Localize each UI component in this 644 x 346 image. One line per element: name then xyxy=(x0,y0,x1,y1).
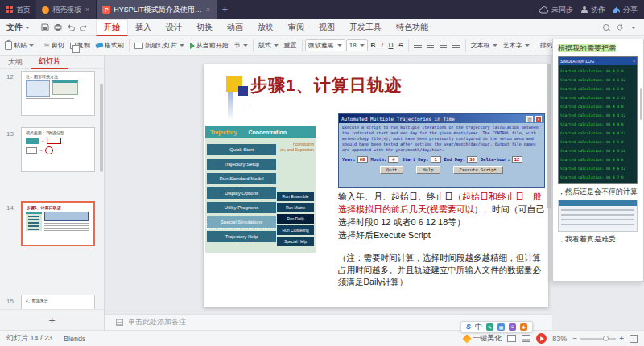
language-mode-icon[interactable]: 中 xyxy=(475,322,482,332)
close-icon[interactable]: × xyxy=(85,6,90,14)
divider xyxy=(302,39,303,52)
chevron-down-icon xyxy=(29,44,34,47)
slide-14[interactable]: 步骤1、计算日轨迹 Trajectory Concentration r com… xyxy=(204,64,548,307)
tab-slideshow[interactable]: 放映 xyxy=(250,19,281,36)
redo-icon[interactable] xyxy=(80,23,88,31)
slide-body-text[interactable]: 输入年、月、起始日、终止日（起始日和终止日一般选择模拟日的前后几天(视需要可以）… xyxy=(338,190,547,288)
theme-name[interactable]: Blends xyxy=(64,335,86,343)
tab-features[interactable]: 特色功能 xyxy=(389,19,436,36)
sogou-icon[interactable]: S xyxy=(466,323,471,331)
slide-canvas: 步骤1、计算日轨迹 Trajectory Concentration r com… xyxy=(105,56,552,314)
submenu-item: Special Help xyxy=(277,237,314,246)
font-family-select[interactable]: 微软雅黑 xyxy=(305,39,345,51)
decor-blue-square xyxy=(238,86,248,96)
undo-icon[interactable] xyxy=(67,23,75,31)
fit-to-window-button[interactable] xyxy=(630,335,638,343)
zoom-level[interactable]: 83% xyxy=(552,335,567,343)
tab-review[interactable]: 审阅 xyxy=(281,19,312,36)
slide-thumbnail-13[interactable]: 模式使用：2轨迹分型 → → xyxy=(21,127,95,172)
tab-transition[interactable]: 切换 xyxy=(189,19,220,36)
beautify-button[interactable]: 一键美化 xyxy=(464,333,502,344)
slide-number: 15 xyxy=(6,298,14,305)
paragraph-2: 选择好后Execute Script xyxy=(338,229,547,241)
add-slide-button[interactable]: + xyxy=(0,309,105,330)
close-icon: × xyxy=(535,116,542,122)
search-icon[interactable] xyxy=(603,24,609,31)
file-menu-button[interactable]: 文件 xyxy=(0,22,36,33)
reset-button[interactable]: 重置 xyxy=(282,39,299,51)
zoom-slider-thumb[interactable] xyxy=(603,336,609,341)
collapse-ribbon-icon[interactable] xyxy=(631,27,636,29)
slide-thumbnail-12[interactable]: 注：图形转换方法 xyxy=(21,71,95,116)
slide-icon xyxy=(134,43,143,49)
italic-button[interactable]: I xyxy=(378,40,385,51)
tab-document[interactable]: P HYSPLIT模式简介及使用(图).ppt × xyxy=(97,0,217,19)
close-icon[interactable]: × xyxy=(205,6,211,14)
refresh-icon[interactable] xyxy=(616,23,624,31)
keyboard-icon[interactable]: ▦ xyxy=(497,323,505,331)
slide-thumbnail-14-selected[interactable]: 步骤1、计算日轨迹 xyxy=(21,201,95,246)
font-size-select[interactable]: 18 xyxy=(346,39,368,51)
statusbar: 幻灯片 14 / 23 Blends 一键美化 83% − + xyxy=(0,330,644,346)
divider xyxy=(129,39,130,52)
align-left-button[interactable] xyxy=(411,41,424,51)
underline-button[interactable]: U xyxy=(386,40,396,51)
panel-scrollbar[interactable] xyxy=(100,84,103,172)
copy-button[interactable]: 复制 xyxy=(68,39,93,51)
toolbox-icon[interactable]: ✚ xyxy=(520,323,527,331)
canvas-scrollbar[interactable] xyxy=(547,64,551,208)
slide-thumbnail-15[interactable]: 2、数据集合 xyxy=(21,295,95,309)
section-button[interactable]: 节 xyxy=(232,39,250,51)
pen-icon[interactable]: ✎ xyxy=(486,323,493,331)
help-button: Help xyxy=(416,166,440,174)
paste-button[interactable]: 粘贴 xyxy=(2,39,36,51)
collab-button[interactable]: 协作 xyxy=(580,5,605,15)
tab-animation[interactable]: 动画 xyxy=(220,19,250,36)
year-field: 08 xyxy=(357,156,368,163)
bold-button[interactable]: B xyxy=(369,40,378,51)
layout-button[interactable]: 版式 xyxy=(256,39,281,51)
play-from-current-button[interactable]: 从当前开始 xyxy=(188,39,231,51)
docer-icon xyxy=(42,6,49,14)
zoom-out-button[interactable]: − xyxy=(572,334,577,343)
slide-title[interactable]: 步骤1、计算日轨迹 xyxy=(250,74,402,97)
format-painter-button[interactable]: 格式刷 xyxy=(93,39,126,51)
cut-button[interactable]: ✂ 剪切 xyxy=(42,39,67,51)
chat-screenshot-2 xyxy=(558,200,638,232)
textbox-button[interactable]: 文本框 xyxy=(469,39,500,51)
tab-slides[interactable]: 幻灯片 xyxy=(31,56,68,69)
sync-status-button[interactable]: 未同步 xyxy=(539,5,573,15)
new-tab-button[interactable]: + xyxy=(217,0,232,19)
share-button[interactable]: 分享 xyxy=(613,5,638,15)
menu-item: Quick Start xyxy=(207,144,276,155)
align-right-button[interactable] xyxy=(437,41,449,51)
quit-button: Quit xyxy=(380,166,403,174)
tab-devtools[interactable]: 开发工具 xyxy=(342,19,389,36)
align-justify-button[interactable] xyxy=(450,41,463,51)
home-button[interactable]: 首页 xyxy=(0,0,36,19)
print-icon[interactable] xyxy=(54,23,62,31)
chat-scrollbar[interactable] xyxy=(640,88,642,120)
play-icon xyxy=(540,336,544,341)
strikethrough-button[interactable]: S xyxy=(396,40,405,51)
wordart-button[interactable]: 艺术字 xyxy=(501,39,532,51)
mini-screenshot xyxy=(52,80,78,95)
tab-view[interactable]: 视图 xyxy=(312,19,342,36)
save-icon[interactable] xyxy=(41,23,49,31)
tab-outline[interactable]: 大纲 xyxy=(0,56,31,69)
divider xyxy=(253,39,254,52)
new-slide-button[interactable]: 新建幻灯片 xyxy=(132,39,187,51)
zoom-in-button[interactable]: + xyxy=(619,334,624,343)
panel-tabs: 大纲 幻灯片 xyxy=(0,56,104,69)
tab-docer-template[interactable]: 稻壳模板 × xyxy=(36,0,97,19)
zoom-slider[interactable] xyxy=(580,338,616,340)
emoji-icon[interactable]: ☺ xyxy=(509,323,516,331)
slide-sorter-view-button[interactable] xyxy=(522,335,530,342)
tab-design[interactable]: 设计 xyxy=(159,19,189,36)
notes-placeholder: 单击此处添加备注 xyxy=(128,317,186,327)
align-center-button[interactable] xyxy=(425,41,436,51)
tab-home[interactable]: 开始 xyxy=(96,19,128,36)
slideshow-play-button[interactable] xyxy=(536,333,547,344)
tab-insert[interactable]: 插入 xyxy=(128,19,159,36)
normal-view-button[interactable] xyxy=(507,335,516,342)
